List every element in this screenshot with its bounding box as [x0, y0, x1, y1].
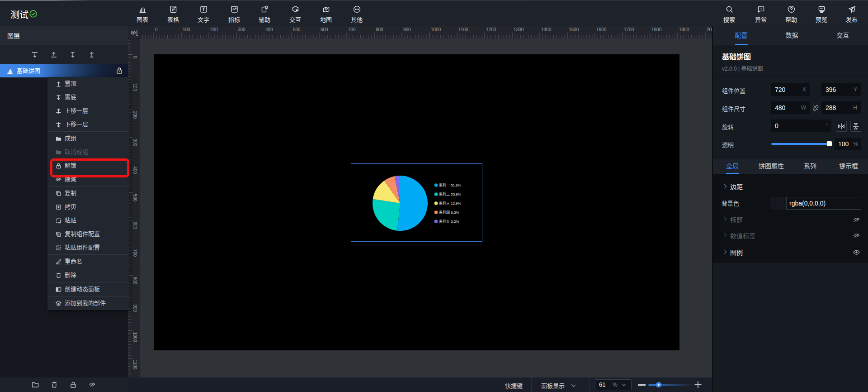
svg-text:500: 500 — [293, 27, 301, 32]
svg-text:2000: 2000 — [707, 27, 712, 32]
svg-text:800: 800 — [376, 27, 383, 32]
svg-text:900: 900 — [132, 305, 137, 312]
svg-text:1300: 1300 — [514, 27, 524, 32]
svg-text:1800: 1800 — [651, 27, 662, 32]
svg-text:系列三 12.9%: 系列三 12.9% — [439, 201, 461, 206]
svg-text:100: 100 — [132, 84, 137, 91]
svg-text:1100: 1100 — [132, 360, 137, 370]
svg-text:1500: 1500 — [569, 27, 579, 32]
svg-text:600: 600 — [132, 222, 137, 229]
svg-text:900: 900 — [403, 27, 411, 32]
svg-text:1400: 1400 — [541, 27, 552, 32]
svg-text:700: 700 — [132, 249, 137, 257]
svg-text:800: 800 — [132, 277, 137, 285]
svg-text:系列四 6.5%: 系列四 6.5% — [439, 210, 459, 215]
svg-text:1000: 1000 — [431, 27, 441, 32]
svg-text:0: 0 — [155, 27, 158, 32]
svg-text:200: 200 — [132, 111, 137, 119]
svg-text:1700: 1700 — [624, 27, 634, 32]
svg-text:700: 700 — [348, 27, 356, 32]
svg-text:0: 0 — [132, 56, 137, 59]
svg-text:1600: 1600 — [596, 27, 607, 32]
svg-text:1900: 1900 — [679, 27, 689, 32]
svg-text:1000: 1000 — [132, 332, 137, 343]
svg-text:100: 100 — [183, 27, 190, 32]
svg-text:系列二 25.8%: 系列二 25.8% — [439, 192, 461, 196]
svg-text:300: 300 — [132, 139, 137, 147]
svg-text:系列一 51.6%: 系列一 51.6% — [439, 183, 461, 187]
svg-text:系列五 3.2%: 系列五 3.2% — [439, 219, 459, 224]
svg-text:400: 400 — [265, 27, 273, 32]
svg-text:200: 200 — [210, 27, 218, 32]
svg-text:300: 300 — [238, 27, 245, 32]
svg-text:500: 500 — [132, 194, 137, 202]
svg-text:1200: 1200 — [486, 27, 496, 32]
svg-text:400: 400 — [132, 167, 137, 174]
svg-text:600: 600 — [321, 27, 328, 32]
svg-text:1100: 1100 — [458, 27, 468, 32]
